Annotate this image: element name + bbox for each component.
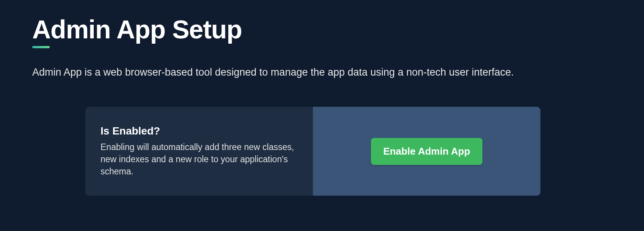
card-info-panel: Is Enabled? Enabling will automatically … <box>85 107 313 196</box>
enable-card: Is Enabled? Enabling will automatically … <box>85 107 540 196</box>
enable-admin-app-button[interactable]: Enable Admin App <box>371 138 482 165</box>
card-action-panel: Enable Admin App <box>313 107 540 196</box>
page-description: Admin App is a web browser-based tool de… <box>32 66 612 78</box>
card-description: Enabling will automatically add three ne… <box>101 141 298 178</box>
card-heading: Is Enabled? <box>101 125 298 137</box>
title-underline <box>32 46 50 48</box>
page-title: Admin App Setup <box>32 15 612 44</box>
